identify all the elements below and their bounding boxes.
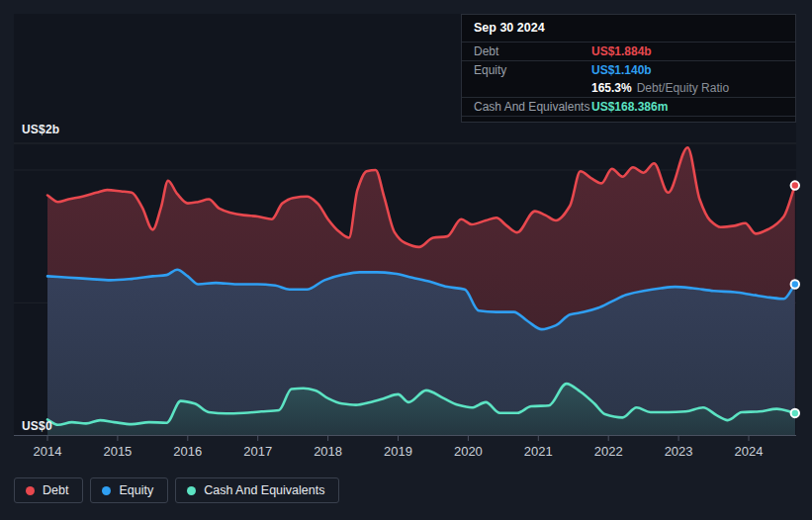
debt-equity-history-chart: { "tooltip": { "date": "Sep 30 2024", "d… [0, 0, 812, 520]
x-axis-label-2017: 2017 [234, 444, 282, 459]
x-axis-label-2014: 2014 [24, 444, 71, 459]
legend-item-cash[interactable]: Cash And Equivalents [175, 477, 339, 503]
tooltip-date: Sep 30 2024 [462, 15, 795, 43]
x-axis-label-2023: 2023 [655, 444, 702, 459]
chart-tooltip: Sep 30 2024 Debt US$1.884b Equity US$1.1… [461, 14, 796, 123]
tooltip-equity-value: US$1.140b [591, 63, 652, 77]
x-axis-label-2022: 2022 [585, 444, 632, 459]
tooltip-row-equity: Equity US$1.140b [462, 61, 795, 79]
cash-legend-dot-icon [187, 486, 196, 495]
legend-item-equity[interactable]: Equity [90, 477, 168, 503]
equity-legend-dot-icon [102, 486, 111, 495]
cash-end-marker [791, 409, 799, 417]
x-axis-label-2015: 2015 [94, 444, 141, 459]
x-axis-label-2019: 2019 [375, 444, 422, 459]
tooltip-row-ratio: 165.3% Debt/Equity Ratio [462, 79, 795, 98]
tooltip-equity-label: Equity [474, 63, 591, 77]
tooltip-row-debt: Debt US$1.884b [462, 43, 795, 61]
y-axis-max-label: US$2b [22, 123, 59, 136]
x-axis-label-2018: 2018 [305, 444, 352, 459]
legend-label-cash: Cash And Equivalents [204, 483, 324, 497]
x-axis-label-2020: 2020 [444, 444, 492, 459]
x-axis-label-2016: 2016 [164, 444, 212, 459]
tooltip-debt-label: Debt [474, 44, 591, 58]
debt-legend-dot-icon [26, 486, 35, 495]
legend-label-debt: Debt [43, 483, 68, 497]
y-axis-min-label: US$0 [22, 419, 52, 433]
legend-label-equity: Equity [119, 483, 153, 497]
tooltip-ratio-value: 165.3% [591, 81, 632, 95]
tooltip-cash-label: Cash And Equivalents [474, 100, 591, 114]
tooltip-debt-value: US$1.884b [591, 44, 652, 58]
debt-end-marker [791, 181, 799, 189]
equity-end-marker [791, 280, 799, 288]
chart-legend: Debt Equity Cash And Equivalents [14, 477, 339, 503]
x-axis-label-2024: 2024 [725, 444, 772, 459]
x-axis-label-2021: 2021 [514, 444, 562, 459]
tooltip-cash-value: US$168.386m [591, 100, 668, 114]
tooltip-row-cash: Cash And Equivalents US$168.386m [462, 98, 795, 117]
legend-item-debt[interactable]: Debt [14, 477, 83, 503]
tooltip-ratio-label: Debt/Equity Ratio [637, 81, 729, 95]
